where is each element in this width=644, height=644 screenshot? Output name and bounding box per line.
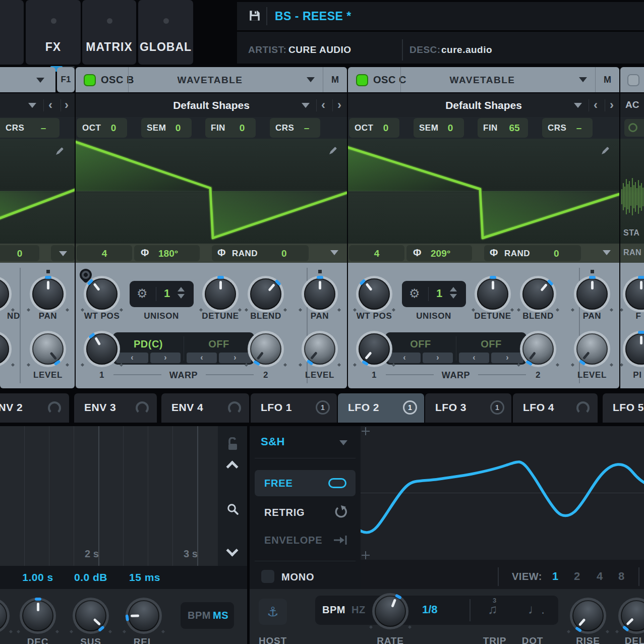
lfo-shape-dropdown[interactable]: S&H bbox=[261, 435, 285, 448]
delay-knob[interactable] bbox=[621, 600, 644, 631]
sample-name-fragment[interactable]: AC bbox=[625, 99, 639, 110]
level-knob[interactable] bbox=[32, 333, 64, 365]
dropdown-icon[interactable] bbox=[603, 250, 611, 255]
dropdown-icon[interactable] bbox=[28, 103, 36, 108]
gear-icon[interactable]: ⚙ bbox=[137, 286, 148, 301]
level-knob[interactable] bbox=[304, 333, 335, 365]
phase-rand-control[interactable]: Φ RAND 0 bbox=[212, 245, 309, 261]
mono-checkbox[interactable] bbox=[261, 570, 274, 583]
warp1-next-button[interactable]: › bbox=[150, 353, 181, 363]
view-option-1[interactable]: 1 bbox=[552, 570, 558, 583]
lfo-mode-envelope[interactable]: ENVELOPE bbox=[255, 527, 356, 553]
fin-control[interactable]: FIN65 bbox=[478, 118, 528, 138]
sem-control[interactable]: SEM0 bbox=[141, 118, 192, 138]
frame-value[interactable]: 4 bbox=[77, 245, 132, 261]
dropdown-icon[interactable] bbox=[302, 103, 310, 108]
tab-env4[interactable]: ENV 4 bbox=[161, 393, 249, 423]
rise-knob[interactable] bbox=[572, 600, 604, 631]
rate-knob[interactable] bbox=[375, 596, 406, 627]
preset-name[interactable]: BS - REESE * bbox=[275, 10, 352, 23]
warp2-mode[interactable]: OFF bbox=[208, 338, 229, 350]
mute-button[interactable]: M bbox=[323, 67, 347, 92]
tab-matrix[interactable]: MATRIX bbox=[82, 0, 136, 65]
gear-icon[interactable]: ⚙ bbox=[409, 286, 420, 301]
frame-dropdown[interactable] bbox=[51, 245, 75, 261]
warp1-knob[interactable] bbox=[86, 333, 118, 365]
chevron-up-icon[interactable] bbox=[226, 460, 238, 473]
sem-control[interactable]: SEM0 bbox=[414, 118, 464, 138]
unison-stepper[interactable] bbox=[450, 287, 457, 299]
warp2-knob[interactable] bbox=[250, 333, 281, 365]
unison-control[interactable]: ⚙ 1 bbox=[402, 281, 466, 307]
view-option-8[interactable]: 8 bbox=[618, 570, 624, 583]
ms-option[interactable]: MS bbox=[213, 610, 228, 621]
sustain-knob[interactable] bbox=[75, 600, 106, 631]
sampler-knob-1[interactable] bbox=[625, 278, 644, 310]
warp2-knob[interactable] bbox=[0, 333, 9, 365]
bpm-option[interactable]: BPM bbox=[188, 610, 211, 621]
warp2-mode[interactable]: OFF bbox=[481, 338, 502, 350]
osc-c-waveform-display[interactable] bbox=[348, 139, 619, 244]
phase-rand-control[interactable]: Φ RAND 0 bbox=[484, 245, 581, 261]
power-led[interactable] bbox=[627, 74, 639, 86]
warp1-knob[interactable] bbox=[359, 333, 390, 365]
osc-b-waveform-display[interactable] bbox=[76, 139, 347, 244]
fin-control[interactable]: FIN0 bbox=[205, 118, 256, 138]
host-sync-button[interactable]: ⚓ bbox=[259, 599, 287, 625]
hz-option[interactable]: HZ bbox=[352, 604, 366, 616]
tab-lfo3[interactable]: LFO 31 bbox=[425, 393, 511, 423]
dropdown-icon[interactable] bbox=[36, 78, 44, 83]
view-option-2[interactable]: 2 bbox=[574, 570, 580, 583]
oct-control[interactable]: OCT0 bbox=[77, 118, 127, 138]
detune-knob[interactable] bbox=[477, 278, 508, 310]
release-knob[interactable] bbox=[128, 600, 159, 631]
warp1-mode[interactable]: OFF bbox=[410, 338, 431, 350]
lfo-mode-retrig[interactable]: RETRIG bbox=[255, 499, 356, 525]
sampler-knob-2[interactable] bbox=[625, 333, 644, 365]
view-option-4[interactable]: 4 bbox=[597, 570, 603, 583]
power-led[interactable] bbox=[84, 74, 96, 86]
warp1-prev-button[interactable]: ‹ bbox=[388, 353, 421, 363]
f1-button[interactable]: F1 bbox=[57, 67, 75, 92]
osc-mode[interactable]: WAVETABLE bbox=[129, 75, 291, 86]
next-wavetable-button[interactable]: › bbox=[610, 98, 614, 112]
wt-pos-knob[interactable] bbox=[86, 278, 118, 310]
frame-value[interactable]: 4 bbox=[349, 245, 404, 261]
dropdown-icon[interactable] bbox=[307, 77, 315, 82]
sample-browse-box[interactable] bbox=[624, 119, 644, 137]
sample-waveform-display[interactable]: STA bbox=[620, 139, 644, 244]
warp2-prev-button[interactable]: ‹ bbox=[459, 353, 489, 363]
warp2-prev-button[interactable]: ‹ bbox=[187, 353, 217, 363]
tab-env2[interactable]: ENV 2 bbox=[0, 393, 69, 423]
attack-knob[interactable] bbox=[0, 600, 7, 631]
detune-knob[interactable] bbox=[205, 278, 236, 310]
warp1-next-button[interactable]: › bbox=[423, 353, 453, 363]
tab-partial[interactable]: X bbox=[0, 0, 24, 65]
dropdown-icon[interactable] bbox=[579, 77, 587, 82]
dotted-note-icon[interactable]: ♩. bbox=[528, 602, 545, 617]
prev-wavetable-button[interactable]: ‹ bbox=[321, 98, 325, 112]
mute-button[interactable]: M bbox=[596, 67, 619, 92]
wt-pos-knob[interactable] bbox=[359, 278, 390, 310]
next-wavetable-button[interactable]: › bbox=[337, 98, 341, 112]
level-knob[interactable] bbox=[576, 333, 608, 365]
lock-icon[interactable] bbox=[227, 437, 239, 453]
crs-control[interactable]: CRS– bbox=[270, 118, 320, 138]
blend-knob[interactable] bbox=[250, 278, 281, 310]
blend-knob[interactable] bbox=[0, 278, 9, 310]
chevron-down-icon[interactable] bbox=[226, 544, 238, 556]
edit-icon[interactable] bbox=[600, 146, 610, 158]
desc-value[interactable]: cure.audio bbox=[441, 44, 492, 55]
lfo-mode-free[interactable]: FREE bbox=[255, 470, 356, 496]
phase-control[interactable]: Φ 180° bbox=[134, 245, 200, 261]
save-icon[interactable] bbox=[248, 9, 261, 24]
envelope-display[interactable]: 2 s 3 s bbox=[0, 426, 218, 566]
warp1-mode[interactable]: PD(C) bbox=[134, 338, 163, 350]
dropdown-icon[interactable] bbox=[574, 103, 582, 108]
tab-lfo5[interactable]: LFO 5 bbox=[603, 393, 644, 423]
unison-control[interactable]: ⚙ 1 bbox=[130, 281, 194, 307]
crs-control[interactable]: CRS – bbox=[0, 118, 60, 138]
tab-env3[interactable]: ENV 3 bbox=[74, 393, 157, 423]
pan-knob[interactable] bbox=[576, 278, 608, 310]
crs-control[interactable]: CRS– bbox=[542, 118, 593, 138]
